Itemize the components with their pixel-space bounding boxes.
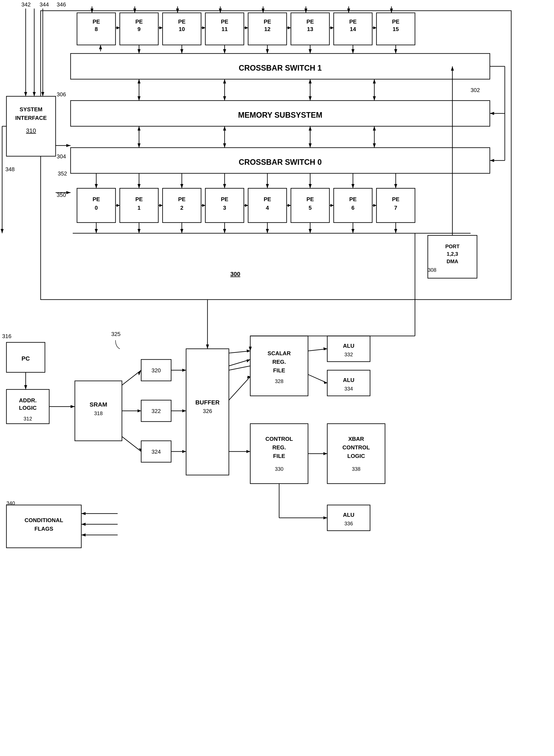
- svg-marker-79: [223, 96, 226, 101]
- svg-marker-58: [137, 49, 141, 53]
- svg-marker-167: [266, 229, 269, 233]
- svg-text:318: 318: [94, 411, 103, 416]
- svg-marker-161: [137, 229, 141, 233]
- svg-rect-240: [186, 349, 229, 475]
- svg-marker-109: [180, 184, 183, 188]
- svg-marker-147: [159, 204, 163, 207]
- svg-rect-129: [205, 188, 244, 223]
- svg-rect-218: [6, 389, 49, 424]
- svg-rect-126: [163, 188, 201, 223]
- svg-rect-22: [377, 13, 415, 45]
- svg-marker-107: [137, 184, 141, 188]
- svg-text:MEMORY SUBSYSTEM: MEMORY SUBSYSTEM: [238, 111, 322, 119]
- svg-text:302: 302: [470, 87, 480, 93]
- svg-text:325: 325: [111, 331, 120, 337]
- svg-marker-208: [490, 112, 494, 115]
- svg-text:INTERFACE: INTERFACE: [15, 115, 47, 121]
- svg-text:PE: PE: [221, 18, 228, 25]
- svg-marker-151: [245, 204, 248, 207]
- svg-marker-200: [66, 144, 70, 147]
- svg-marker-85: [373, 96, 376, 101]
- svg-marker-38: [288, 26, 291, 29]
- svg-marker-46: [176, 9, 179, 13]
- svg-marker-54: [347, 9, 350, 13]
- svg-marker-40: [330, 26, 334, 29]
- svg-marker-304: [206, 344, 209, 349]
- svg-text:348: 348: [5, 166, 14, 172]
- svg-text:342: 342: [21, 1, 31, 8]
- diagram-svg: PE 8 PE 9 PE 10 PE 11 PE 12 PE 13 PE 14 …: [0, 0, 554, 756]
- svg-marker-169: [309, 229, 312, 233]
- svg-text:6: 6: [351, 205, 354, 211]
- svg-marker-246: [182, 409, 186, 412]
- svg-rect-181: [6, 96, 56, 156]
- svg-text:FLAGS: FLAGS: [35, 526, 53, 532]
- svg-text:ADDR.: ADDR.: [19, 397, 37, 403]
- svg-marker-287: [323, 516, 327, 519]
- svg-marker-26: [91, 9, 94, 13]
- svg-marker-301: [249, 347, 252, 351]
- svg-text:LOGIC: LOGIC: [347, 453, 365, 459]
- svg-text:350: 350: [57, 192, 66, 198]
- svg-marker-189: [24, 92, 27, 96]
- svg-marker-163: [180, 229, 183, 233]
- svg-rect-268: [250, 424, 308, 484]
- svg-text:BUFFER: BUFFER: [195, 399, 220, 406]
- svg-rect-225: [75, 381, 122, 441]
- svg-marker-191: [33, 92, 36, 96]
- svg-marker-105: [95, 184, 98, 188]
- svg-marker-28: [99, 45, 102, 49]
- svg-text:328: 328: [275, 378, 283, 384]
- svg-text:8: 8: [95, 26, 98, 32]
- svg-text:304: 304: [57, 153, 66, 160]
- svg-marker-306: [246, 349, 250, 353]
- svg-rect-213: [6, 342, 45, 372]
- svg-text:320: 320: [152, 367, 161, 374]
- svg-text:PE: PE: [392, 196, 399, 203]
- svg-marker-197: [1, 229, 4, 233]
- svg-marker-94: [223, 143, 226, 148]
- svg-line-266: [229, 377, 250, 400]
- svg-text:XBAR: XBAR: [348, 436, 364, 442]
- svg-line-264: [229, 360, 250, 366]
- svg-text:SRAM: SRAM: [90, 401, 107, 408]
- svg-rect-257: [327, 370, 370, 396]
- svg-marker-203: [66, 191, 70, 194]
- svg-marker-239: [138, 448, 142, 451]
- svg-rect-86: [70, 101, 490, 126]
- svg-text:1: 1: [137, 205, 141, 211]
- svg-rect-232: [141, 441, 171, 462]
- svg-marker-84: [373, 79, 376, 84]
- svg-marker-173: [394, 229, 397, 233]
- svg-text:340: 340: [6, 500, 15, 506]
- svg-rect-19: [334, 13, 372, 45]
- svg-text:322: 322: [152, 408, 161, 414]
- svg-marker-96: [309, 126, 312, 130]
- svg-text:CONTROL: CONTROL: [266, 436, 293, 442]
- svg-text:324: 324: [152, 448, 161, 455]
- svg-rect-254: [327, 336, 370, 362]
- svg-text:CONDITIONAL: CONDITIONAL: [24, 517, 63, 524]
- svg-marker-293: [81, 512, 86, 515]
- svg-rect-102: [70, 148, 490, 173]
- svg-text:7: 7: [394, 205, 397, 211]
- svg-text:ALU: ALU: [343, 377, 354, 383]
- svg-marker-153: [288, 204, 291, 207]
- svg-marker-50: [262, 9, 265, 13]
- svg-rect-135: [291, 188, 329, 223]
- svg-marker-217: [24, 385, 27, 389]
- svg-text:310: 310: [26, 127, 36, 134]
- svg-rect-71: [70, 53, 490, 79]
- svg-text:300: 300: [230, 271, 240, 277]
- svg-marker-113: [266, 184, 269, 188]
- svg-text:PE: PE: [307, 196, 314, 203]
- svg-line-260: [308, 349, 327, 351]
- svg-marker-75: [137, 79, 141, 84]
- svg-marker-70: [394, 49, 397, 53]
- svg-text:PORT: PORT: [445, 244, 460, 249]
- svg-text:0: 0: [95, 205, 98, 211]
- svg-marker-159: [95, 229, 98, 233]
- svg-text:PE: PE: [264, 196, 271, 203]
- svg-text:REG.: REG.: [272, 444, 286, 451]
- svg-marker-32: [159, 26, 163, 29]
